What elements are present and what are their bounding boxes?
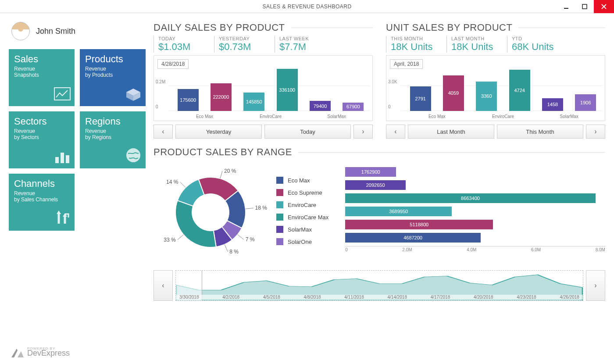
kpi: YESTERDAY$0.73M: [214, 36, 267, 53]
svg-line-20: [225, 244, 228, 251]
bar: 175600: [178, 89, 199, 111]
tile-title: Channels: [14, 178, 69, 189]
devexpress-icon: [11, 347, 24, 357]
units-prev-button[interactable]: ‹: [386, 125, 405, 139]
donut-label: 18 %: [255, 205, 268, 211]
timeline-date: 4/20/2018: [474, 295, 493, 300]
bar: 67900: [343, 103, 364, 111]
tile-subtitle: RevenueSnapshots: [14, 66, 69, 78]
x-axis-label: 8.0M: [596, 247, 605, 252]
tile-regions[interactable]: Regions Revenueby Regions: [80, 111, 146, 168]
tile-products[interactable]: Products Revenueby Products: [80, 49, 146, 106]
range-legend: Eco MaxEco SupremeEnviroCareEnviroCare M…: [276, 177, 328, 245]
hbar: 4687200: [345, 233, 481, 243]
window-titlebar: SALES & REVENUE DASHBOARD: [0, 0, 614, 13]
svg-line-18: [246, 208, 253, 209]
hbar: 2092650: [345, 180, 406, 190]
kpi-value: 18K Units: [451, 41, 499, 53]
kpi: THIS MONTH18K Units: [386, 36, 439, 53]
brand-logo: POWERED BYDevExpress: [11, 346, 70, 358]
x-axis-label: 4.0M: [467, 247, 476, 252]
window-minimize-button[interactable]: [557, 0, 575, 13]
sidebar: John Smith Sales RevenueSnapshots Produc…: [9, 22, 154, 360]
x-axis-label: EnviroCare: [238, 114, 304, 119]
timeline-date: 4/5/2018: [263, 295, 280, 300]
window-title: SALES & REVENUE DASHBOARD: [0, 4, 614, 10]
legend-swatch: [276, 214, 283, 221]
x-axis-label: 6.0M: [531, 247, 541, 252]
range-title: PRODUCT SALES BY RANGE: [154, 146, 292, 158]
bar: 145850: [243, 93, 264, 111]
svg-rect-9: [55, 157, 59, 163]
legend-label: EnviroCare Max: [288, 214, 328, 221]
svg-line-17: [220, 171, 222, 178]
daily-title: DAILY SALES BY PRODUCT: [154, 22, 285, 33]
tile-subtitle: Revenueby Sales Channels: [14, 190, 69, 203]
svg-rect-11: [66, 155, 69, 163]
svg-marker-23: [11, 349, 18, 357]
legend-item: SolarOne: [276, 238, 328, 245]
x-axis-label: 2.0M: [402, 247, 412, 252]
legend-swatch: [276, 201, 283, 208]
timeline-next-button[interactable]: ›: [586, 270, 605, 301]
tile-channels[interactable]: Channels Revenueby Sales Channels: [9, 174, 75, 231]
legend-swatch: [276, 226, 283, 233]
kpi-value: 18K Units: [391, 41, 439, 53]
kpi-value: 68K Units: [512, 41, 560, 53]
timeline-range-selector[interactable]: 3/30/20184/2/20184/5/20184/8/20184/11/20…: [175, 270, 583, 301]
window-maximize-button[interactable]: [575, 0, 594, 13]
donut-label: 33 %: [164, 237, 176, 243]
units-panel: UNIT SALES BY PRODUCT THIS MONTH18K Unit…: [386, 22, 605, 139]
tile-sectors[interactable]: Sectors Revenueby Sectors: [9, 111, 75, 168]
timeline-date: 4/17/2018: [431, 295, 450, 300]
units-title: UNIT SALES BY PRODUCT: [386, 22, 512, 33]
svg-line-19: [238, 235, 244, 239]
daily-prev-button[interactable]: ‹: [154, 125, 173, 139]
daily-yesterday-button[interactable]: Yesterday: [175, 125, 262, 139]
kpi-label: TODAY: [158, 36, 206, 41]
tile-sales[interactable]: Sales RevenueSnapshots: [9, 49, 75, 106]
hbar: 1762900: [345, 167, 396, 177]
legend-label: SolarOne: [288, 239, 312, 245]
timeline-prev-button[interactable]: ‹: [154, 270, 173, 301]
legend-item: Eco Supreme: [276, 189, 328, 196]
donut-label: 8 %: [229, 249, 239, 255]
bar: 336100: [277, 69, 298, 111]
timeline-date: 4/2/2018: [222, 295, 239, 300]
timeline-date: 4/8/2018: [304, 295, 321, 300]
tile-title: Products: [85, 54, 140, 65]
x-axis-label: Eco Max: [171, 114, 238, 119]
daily-chart: 4/28/2018 0.2M01756002220001458503361007…: [154, 55, 373, 121]
kpi-label: LAST WEEK: [279, 36, 327, 41]
bar: 2791: [410, 86, 431, 111]
arrows-icon: [54, 209, 71, 228]
svg-rect-5: [54, 88, 70, 100]
units-thismonth-button[interactable]: This Month: [497, 125, 583, 139]
main-content: DAILY SALES BY PRODUCT TODAY$1.03MYESTER…: [154, 22, 605, 360]
svg-point-4: [18, 26, 23, 32]
user-name: John Smith: [36, 27, 75, 36]
kpi-value: $0.73M: [219, 41, 267, 53]
daily-today-button[interactable]: Today: [264, 125, 351, 139]
legend-label: Eco Max: [288, 177, 310, 184]
x-axis-label: EnviroCare: [470, 114, 536, 119]
units-next-button[interactable]: ›: [586, 125, 605, 139]
window-close-button[interactable]: [594, 0, 614, 13]
legend-item: Eco Max: [276, 177, 328, 184]
units-lastmonth-button[interactable]: Last Month: [408, 125, 494, 139]
kpi: LAST MONTH18K Units: [446, 36, 499, 53]
tile-subtitle: Revenueby Sectors: [14, 128, 69, 140]
legend-item: SolarMax: [276, 226, 328, 233]
bar: 4059: [443, 75, 464, 111]
bar: 4724: [509, 70, 530, 111]
legend-label: Eco Supreme: [288, 189, 322, 196]
daily-next-button[interactable]: ›: [353, 125, 373, 139]
timeline-date: 4/14/2018: [387, 295, 407, 300]
hbar: 5118800: [345, 220, 493, 229]
kpi-label: THIS MONTH: [391, 36, 439, 41]
svg-rect-1: [582, 4, 587, 9]
svg-line-22: [180, 182, 186, 188]
kpi: TODAY$1.03M: [154, 36, 206, 53]
svg-marker-24: [18, 351, 24, 357]
donut-slice: [175, 200, 216, 247]
